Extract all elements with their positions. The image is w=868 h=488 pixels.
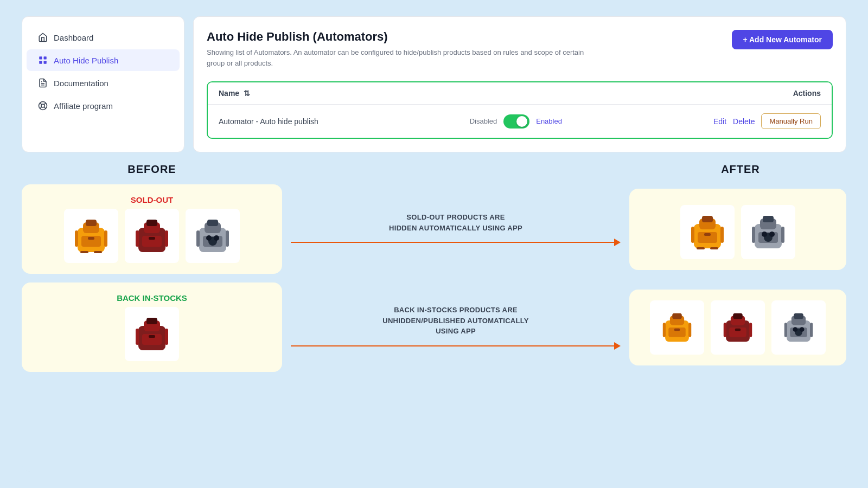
page-title: Auto Hide Publish (Automators) (207, 30, 586, 44)
manually-run-button[interactable]: Manually Run (761, 113, 821, 129)
svg-line-9 (44, 107, 46, 108)
after-products (642, 205, 833, 259)
edit-link[interactable]: Edit (713, 117, 726, 126)
svg-rect-46 (710, 247, 718, 249)
table-col-name: Name ⇅ (219, 89, 250, 98)
panel-header: Auto Hide Publish (Automators) Showing l… (207, 30, 833, 68)
sidebar-item-auto-hide-label: Auto Hide Publish (54, 56, 118, 65)
svg-point-55 (762, 232, 767, 237)
mickey-backpack-back-after-icon (780, 309, 818, 346)
mickey-backpack-icon (191, 214, 234, 258)
svg-rect-1 (44, 56, 47, 59)
svg-rect-14 (86, 220, 97, 226)
sidebar-item-documentation-label: Documentation (54, 79, 108, 88)
yellow-backpack-after-icon (686, 210, 729, 254)
back-in-stocks-row: BACK IN-STOCKS (22, 282, 846, 372)
add-new-automator-button[interactable]: + Add New Automator (732, 30, 833, 49)
svg-rect-73 (733, 313, 743, 319)
svg-rect-18 (104, 230, 107, 247)
product-yellow-back-after (650, 300, 704, 355)
row-actions: Edit Delete Manually Run (713, 113, 821, 129)
sidebar: Dashboard Auto Hide Publish (22, 16, 184, 152)
svg-rect-23 (146, 220, 157, 226)
product-red-back-after (711, 300, 765, 355)
svg-rect-84 (810, 323, 813, 337)
before-sold-out: SOLD-OUT (22, 184, 282, 274)
svg-rect-70 (688, 323, 691, 337)
sidebar-item-affiliate-label: Affiliate program (54, 101, 113, 111)
product-mickey-before (186, 209, 240, 263)
svg-rect-83 (784, 323, 787, 337)
yellow-backpack-back-after-icon (658, 309, 696, 346)
svg-rect-25 (149, 237, 155, 240)
svg-rect-19 (80, 251, 88, 253)
illustration-section: BEFORE AFTER SOLD-OUT (22, 163, 846, 372)
svg-rect-77 (749, 323, 752, 337)
red-backpack-icon (130, 214, 174, 258)
svg-rect-27 (165, 230, 168, 247)
main-panel: Auto Hide Publish (Automators) Showing l… (193, 16, 846, 152)
svg-line-11 (40, 107, 42, 108)
sold-out-middle: SOLD-OUT PRODUCTS ARE HIDDEN AUTOMATICAL… (282, 212, 629, 246)
sidebar-item-documentation[interactable]: Documentation (27, 72, 180, 94)
after-back-products (642, 300, 833, 355)
doc-icon (37, 78, 48, 88)
svg-rect-76 (724, 323, 726, 337)
table-col-actions: Actions (793, 89, 821, 98)
mickey-backpack-after-icon (746, 210, 790, 254)
svg-line-8 (40, 103, 42, 105)
svg-point-56 (769, 232, 775, 237)
svg-rect-2 (39, 61, 42, 64)
svg-rect-52 (752, 227, 755, 243)
product-yellow-after (680, 205, 735, 259)
panel-title-group: Auto Hide Publish (Automators) Showing l… (207, 30, 586, 68)
svg-rect-42 (704, 233, 711, 236)
svg-rect-63 (165, 329, 168, 345)
svg-rect-16 (88, 237, 94, 240)
svg-point-87 (800, 327, 805, 332)
svg-rect-61 (149, 335, 155, 338)
automator-name: Automator - Auto hide publish (219, 117, 318, 126)
product-mickey-after (741, 205, 795, 259)
red-backpack-back-after-icon (719, 309, 757, 346)
svg-rect-33 (196, 230, 200, 247)
back-in-stocks-products (35, 307, 269, 361)
sold-out-row: SOLD-OUT (22, 184, 846, 274)
link-icon (37, 100, 48, 111)
status-enabled-label: Enabled (536, 117, 562, 125)
yellow-backpack-icon (69, 214, 113, 258)
svg-rect-26 (136, 230, 139, 247)
svg-rect-0 (39, 56, 42, 59)
before-back-in-stocks: BACK IN-STOCKS (22, 282, 282, 372)
svg-rect-75 (735, 328, 741, 330)
sold-out-arrow-label: SOLD-OUT PRODUCTS ARE HIDDEN AUTOMATICAL… (389, 212, 522, 233)
grid-icon (37, 55, 48, 66)
row-controls: Disabled Enabled (470, 114, 562, 129)
enable-toggle[interactable] (503, 114, 529, 129)
svg-rect-3 (44, 61, 47, 64)
automator-table: Name ⇅ Actions Automator - Auto hide pub… (207, 81, 833, 139)
after-sold-out (629, 189, 846, 270)
svg-rect-30 (207, 220, 218, 226)
back-in-stocks-label: BACK IN-STOCKS (35, 293, 269, 303)
sidebar-item-dashboard[interactable]: Dashboard (27, 27, 180, 48)
home-icon (37, 32, 48, 43)
before-label: BEFORE (22, 163, 282, 176)
status-disabled-label: Disabled (470, 117, 497, 125)
delete-link[interactable]: Delete (733, 117, 755, 126)
svg-point-36 (206, 235, 212, 241)
svg-line-10 (44, 103, 46, 105)
arrow-line-2 (291, 342, 621, 350)
svg-rect-45 (697, 247, 705, 249)
table-row: Automator - Auto hide publish Disabled E… (208, 105, 832, 138)
sidebar-item-auto-hide-publish[interactable]: Auto Hide Publish (27, 49, 180, 71)
svg-rect-49 (763, 216, 774, 222)
arrow-line-1 (291, 239, 621, 246)
svg-point-86 (793, 327, 798, 332)
svg-rect-34 (226, 230, 229, 247)
sort-icon[interactable]: ⇅ (244, 89, 250, 98)
after-back-in-stocks (629, 290, 846, 365)
sidebar-item-affiliate[interactable]: Affiliate program (27, 95, 180, 117)
svg-rect-44 (720, 227, 724, 243)
after-label: AFTER (635, 163, 846, 176)
